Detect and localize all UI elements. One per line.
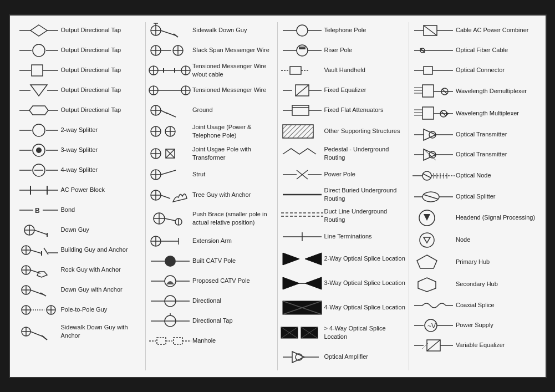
list-item: Output Directional Tap bbox=[17, 62, 144, 79]
symbol-splice4plus bbox=[280, 322, 324, 344]
list-item: Headend (Signal Processing) bbox=[411, 208, 539, 227]
symbol-hexagon bbox=[17, 103, 61, 118]
label: Tensioned Messenger Wire w/out cable bbox=[192, 62, 275, 78]
label: Telephone Pole bbox=[324, 26, 407, 34]
label: Cable AC Power Combiner bbox=[456, 26, 539, 34]
label: Directional Tap bbox=[192, 317, 275, 324]
list-item: AC Power Block bbox=[17, 182, 144, 198]
label: Output Directional Tap bbox=[61, 86, 144, 94]
symbol-strut bbox=[148, 167, 192, 182]
svg-point-253 bbox=[420, 233, 434, 247]
symbol-telephonepole bbox=[280, 23, 324, 38]
symbol-powersupply: ~V bbox=[411, 318, 456, 333]
symbol-secondaryhub bbox=[411, 275, 456, 294]
symbol-diamond bbox=[17, 23, 61, 38]
list-item: Tensioned Messenger Wire bbox=[148, 82, 275, 99]
svg-point-157 bbox=[297, 25, 308, 36]
svg-marker-228 bbox=[446, 111, 449, 116]
label: Variable Equalizer bbox=[456, 341, 539, 349]
list-item: Proposed CATV Pole bbox=[148, 273, 275, 289]
svg-rect-7 bbox=[32, 65, 43, 76]
label: Joint Usage (Power & Telephone Pole) bbox=[192, 123, 275, 139]
label: Sidewalk Down Guy with Anchor bbox=[61, 323, 144, 339]
list-item: Directional Tap bbox=[148, 313, 275, 329]
symbol-manhole bbox=[148, 333, 192, 349]
label: Other Supporting Structures bbox=[324, 127, 407, 135]
list-item: Building Guy and Anchor bbox=[17, 242, 144, 258]
svg-rect-154 bbox=[174, 338, 182, 344]
svg-marker-50 bbox=[37, 272, 47, 277]
list-item: Output Directional Tap bbox=[17, 102, 144, 119]
label: Secondary Hub bbox=[456, 280, 539, 288]
label: Built CATV Pole bbox=[192, 257, 275, 264]
svg-line-124 bbox=[161, 195, 170, 198]
symbol-sidewalkdownguy bbox=[148, 23, 192, 38]
svg-rect-165 bbox=[290, 67, 301, 74]
list-item: Fixed Equalizer bbox=[280, 82, 407, 99]
label: Power Supply bbox=[456, 321, 539, 329]
symbol-extensionarm bbox=[148, 233, 192, 249]
list-item: Direct Buried Underground Routing bbox=[280, 186, 407, 203]
list-item: Tensioned Messenger Wire w/out cable bbox=[148, 62, 275, 79]
symbol-splice2way bbox=[280, 248, 324, 269]
symbol-fixedequalizer bbox=[280, 83, 324, 98]
symbol-acblock bbox=[17, 182, 61, 198]
symbol-coaxialsplice bbox=[411, 298, 456, 313]
list-item: > 4-Way Optical Splice Location bbox=[280, 322, 407, 344]
list-item: Telephone Pole bbox=[280, 22, 407, 39]
list-item: ~V Power Supply bbox=[411, 317, 539, 334]
svg-marker-10 bbox=[30, 85, 47, 96]
list-item: 4-way Splitter bbox=[17, 162, 144, 179]
symbol-acpowercombiner bbox=[411, 23, 456, 38]
list-item: Power Pole bbox=[280, 166, 407, 183]
svg-line-73 bbox=[161, 30, 176, 35]
list-item: Directional bbox=[148, 293, 275, 309]
symbol-jointusage bbox=[148, 122, 192, 141]
symbol-proposedcatv bbox=[148, 273, 192, 289]
svg-point-137 bbox=[165, 256, 176, 267]
label: 3-Way Optical Splice Location bbox=[324, 279, 407, 287]
column-3: Telephone Pole Riser Pole Vault Handheld… bbox=[278, 22, 410, 370]
symbol-circle bbox=[17, 43, 61, 58]
label: 2-way Splitter bbox=[61, 126, 144, 134]
label: Fixed Equalizer bbox=[324, 86, 407, 94]
symbol-builtcatv bbox=[148, 253, 192, 269]
symbol-rockguy bbox=[17, 262, 61, 278]
list-item: Optical Connector bbox=[411, 62, 539, 79]
label: Directional bbox=[192, 297, 275, 304]
symbol-triangle bbox=[17, 83, 61, 98]
svg-line-42 bbox=[30, 250, 42, 253]
svg-marker-186 bbox=[283, 253, 299, 265]
list-item: Output Directional Tap bbox=[17, 22, 144, 39]
symbol-downguyanc bbox=[17, 282, 61, 298]
list-item: Secondary Hub bbox=[411, 275, 539, 294]
svg-rect-172 bbox=[292, 105, 309, 115]
list-item: Line Terminations bbox=[280, 228, 407, 245]
label: 4-Way Optical Splice Location bbox=[324, 303, 407, 311]
symbol-ground bbox=[148, 103, 192, 118]
symbol-buildingguy bbox=[17, 242, 61, 258]
svg-line-37 bbox=[34, 230, 47, 235]
list-item: Sidewalk Down Guy bbox=[148, 22, 275, 39]
svg-line-130 bbox=[165, 218, 175, 221]
label: Optical Connector bbox=[456, 66, 539, 74]
svg-rect-217 bbox=[422, 85, 434, 97]
symbol-lineterminations bbox=[280, 229, 324, 245]
symbol-pushbrace bbox=[148, 207, 192, 230]
symbol-vaulthandheld bbox=[280, 63, 324, 78]
symbol-opticaltx2 bbox=[411, 147, 456, 162]
column-2: Sidewalk Down Guy Slack Span Messenger W… bbox=[146, 22, 278, 370]
label: Manhole bbox=[192, 337, 275, 344]
label: Proposed CATV Pole bbox=[192, 277, 275, 284]
label: 4-way Splitter bbox=[61, 166, 144, 174]
list-item: Optical Splitter bbox=[411, 189, 539, 205]
list-item: B Bond bbox=[17, 202, 144, 218]
label: Node bbox=[456, 236, 539, 243]
symbol-opticalamp bbox=[280, 347, 324, 367]
symbol-treeguy bbox=[148, 186, 192, 204]
list-item: Output Directional Tap bbox=[17, 42, 144, 59]
svg-line-54 bbox=[30, 290, 43, 294]
label: 3-way Splitter bbox=[61, 146, 144, 154]
label: Ground bbox=[192, 106, 275, 114]
label: Output Directional Tap bbox=[61, 66, 144, 74]
